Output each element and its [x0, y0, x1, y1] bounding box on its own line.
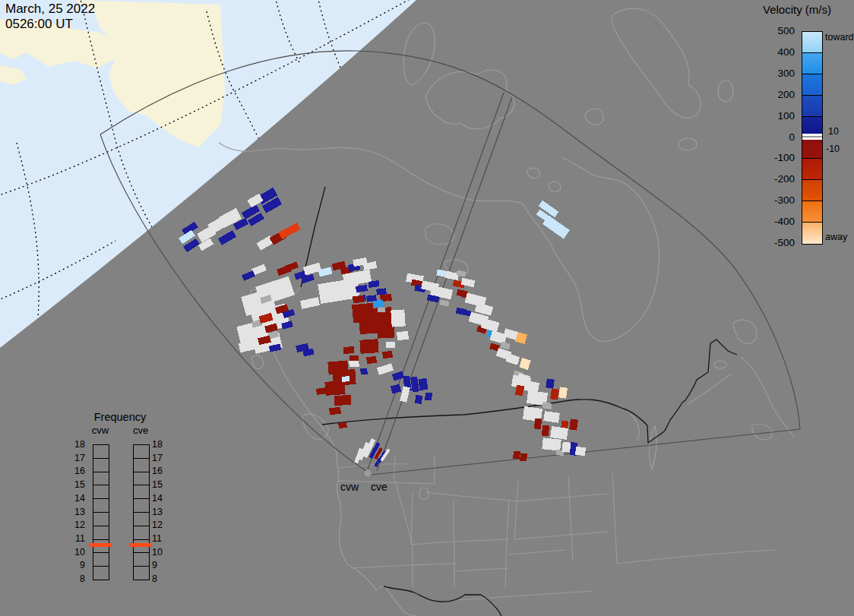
velocity-cell	[391, 309, 405, 327]
frequency-tick-label: 16	[65, 466, 85, 476]
toward-label: toward	[825, 32, 854, 43]
velocity-cell	[316, 387, 327, 395]
velocity-colorbar-tick	[802, 201, 822, 201]
velocity-cell	[242, 270, 255, 280]
frequency-bar-segment	[93, 526, 109, 539]
velocity-cell	[373, 300, 384, 308]
velocity-cells	[179, 188, 586, 467]
frequency-bar-segment	[134, 526, 149, 539]
velocity-cell	[500, 342, 511, 350]
velocity-colorbar-tick	[802, 158, 822, 159]
frequency-bar-segment	[93, 512, 109, 526]
velocity-colorbar-tick	[802, 95, 822, 96]
frequency-marker-cve	[129, 543, 152, 547]
velocity-cell	[377, 363, 394, 375]
velocity-tick-label: -100	[735, 152, 795, 163]
frequency-tick-label: 16	[152, 466, 172, 476]
frequency-bar-cvw	[93, 444, 109, 580]
frequency-bar-segment	[134, 485, 149, 498]
velocity-cell	[300, 297, 320, 309]
velocity-cell	[329, 407, 340, 415]
frequency-bar-segment	[134, 552, 149, 566]
frequency-tick-label: 17	[152, 453, 172, 463]
frequency-bar-segment	[93, 458, 109, 472]
frequency-bar-segment	[93, 498, 109, 512]
frequency-bar-segment	[134, 566, 149, 580]
velocity-cell	[324, 381, 345, 396]
frequency-tick-label: 9	[65, 560, 85, 570]
frequency-tick-label: 15	[152, 479, 172, 490]
velocity-cell	[382, 351, 392, 359]
frequency-tick-label: 10	[152, 547, 172, 558]
frequency-tick-label: 8	[152, 573, 172, 584]
frequency-marker-cvw	[89, 543, 112, 547]
frequency-tick-label: 18	[152, 439, 172, 450]
velocity-tick-label: -500	[735, 237, 795, 248]
velocity-cell	[439, 299, 449, 307]
frequency-bar-segment	[93, 485, 109, 498]
velocity-cell	[550, 388, 559, 400]
velocity-tick-label: 100	[735, 110, 795, 122]
timestamp-date: March, 25 2022	[5, 2, 95, 17]
frequency-bar-segment	[134, 498, 149, 512]
state-borders	[338, 456, 775, 600]
radar-site-dot	[365, 470, 372, 477]
velocity-cell	[218, 230, 236, 245]
velocity-tick-label: -300	[735, 194, 795, 206]
velocity-cell	[461, 309, 471, 317]
frequency-tick-label: 15	[65, 479, 85, 490]
frequency-bar-segment	[134, 512, 149, 526]
velocity-cell	[338, 422, 346, 428]
velocity-tick-label: -200	[735, 173, 795, 185]
frequency-tick-label: 12	[152, 520, 172, 530]
velocity-tick-label: 200	[735, 89, 795, 100]
frequency-column-cvw-label: cvw	[90, 425, 111, 436]
frequency-tick-label: 18	[65, 439, 85, 450]
coastlines	[219, 8, 794, 616]
zero-upper-label: 10	[828, 126, 839, 137]
timestamp: March, 25 2022 0526:00 UT	[5, 2, 95, 31]
velocity-cell	[542, 425, 550, 436]
frequency-tick-label: 11	[65, 533, 85, 544]
velocity-cell	[359, 339, 378, 354]
velocity-cell	[343, 346, 355, 354]
velocity-cell	[543, 411, 560, 423]
frequency-tick-label: 10	[65, 547, 85, 558]
velocity-cell	[278, 223, 300, 239]
velocity-cell	[378, 325, 395, 338]
site-label-cvw: cvw	[340, 481, 359, 493]
velocity-cell	[400, 386, 410, 403]
velocity-colorbar-tick	[802, 52, 822, 53]
frequency-bar-segment	[134, 472, 149, 485]
frequency-bar-segment	[134, 458, 149, 472]
velocity-cell	[419, 378, 429, 390]
map-layer	[0, 0, 854, 616]
velocity-tick-label: -400	[735, 216, 795, 227]
velocity-cell	[349, 361, 359, 368]
frequency-column-cve-label: cve	[130, 425, 151, 436]
frequency-bar-segment	[93, 472, 109, 485]
velocity-cell	[397, 331, 409, 340]
velocity-tick-label: 300	[735, 68, 795, 79]
velocity-cell	[519, 358, 530, 370]
velocity-tick-label: 0	[735, 131, 795, 143]
national-borders	[301, 187, 737, 616]
frequency-tick-label: 8	[65, 573, 85, 584]
frequency-tick-label: 17	[65, 453, 85, 463]
velocity-cell	[198, 239, 214, 251]
frequency-bar-segment	[134, 445, 149, 458]
velocity-tick-label: 400	[735, 46, 795, 58]
velocity-cell	[366, 356, 376, 364]
velocity-cell	[285, 262, 299, 272]
velocity-cell	[360, 368, 368, 375]
away-label: away	[825, 232, 847, 242]
velocity-cell	[575, 447, 586, 456]
frequency-legend-title: Frequency	[76, 411, 164, 423]
velocity-cell	[334, 395, 352, 406]
velocity-cell	[542, 402, 552, 409]
velocity-cell	[392, 371, 404, 381]
velocity-colorbar-tick	[802, 222, 822, 223]
velocity-cell	[378, 308, 385, 313]
velocity-cell	[513, 451, 520, 460]
frequency-tick-label: 13	[152, 507, 172, 517]
